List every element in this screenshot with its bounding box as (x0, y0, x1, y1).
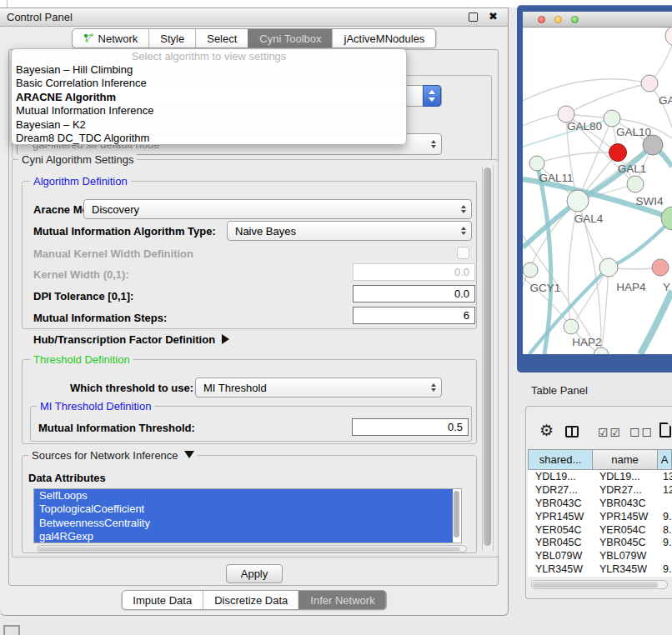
minimize-traffic-light[interactable] (554, 16, 562, 23)
network-edge[interactable] (537, 152, 618, 163)
table-row[interactable]: YLR345WYLR345W9. (528, 562, 672, 576)
tab-discretize-data[interactable]: Discretize Data (203, 591, 298, 609)
tab-jactivemnodules[interactable]: jActiveMNodules (333, 29, 436, 48)
bottom-left-partial-button[interactable] (3, 625, 20, 635)
table-row[interactable]: YPR145WYPR145W9. (528, 510, 672, 523)
kernel-width-field[interactable]: 0.0 (353, 263, 475, 281)
column-header[interactable]: A (658, 449, 672, 470)
new-table-icon[interactable] (659, 422, 671, 438)
data-attributes-list[interactable]: SelfLoopsTopologicalCoefficientBetweenne… (33, 488, 462, 543)
data-attribute-item[interactable]: SelfLoops (34, 489, 453, 502)
list-scrollbar[interactable] (453, 490, 460, 542)
hub-definition-toggle[interactable]: Hub/Transcription Factor Definition (33, 333, 229, 346)
columns-icon[interactable] (565, 426, 579, 438)
network-canvas[interactable]: GALGAL80GAL10GAL11GAL1SWI4GAL4GCY1HAP4YH… (523, 28, 672, 354)
table-row[interactable]: YBR045CYBR045C9. (528, 536, 672, 549)
bottom-node[interactable] (594, 348, 609, 354)
network-edge[interactable] (601, 268, 609, 354)
mi-steps-field[interactable]: 6 (353, 307, 475, 324)
which-threshold-combobox[interactable]: MI Threshold (195, 378, 442, 398)
network-edge[interactable] (571, 268, 609, 327)
table-cell: YLR345W (528, 563, 593, 575)
algorithm-option[interactable]: Bayesian – Hill Climbing (12, 63, 406, 77)
salmon-node[interactable] (652, 259, 669, 276)
algorithm-option[interactable]: Dream8 DC_TDC Algorithm (12, 132, 406, 145)
sources-hscrollbar-thumb[interactable] (38, 547, 460, 551)
aracne-mode-combobox[interactable]: Discovery (83, 199, 472, 219)
gal11-node[interactable] (529, 156, 544, 171)
node-label: GAL4 (574, 212, 604, 225)
select-all-checkboxes-icon[interactable]: ☑☑ (598, 426, 622, 439)
node-label: GAL1 (618, 162, 647, 175)
gal-pink-node[interactable] (641, 75, 658, 92)
tab-impute-data[interactable]: Impute Data (122, 591, 203, 609)
list-scrollbar-thumb[interactable] (454, 491, 459, 538)
combo-arrows-icon (461, 205, 466, 214)
node-label: GAL (659, 94, 672, 107)
settings-scrollbar-thumb[interactable] (484, 168, 491, 546)
mi-threshold-field[interactable]: 0.5 (352, 418, 469, 436)
gear-icon[interactable]: ⚙ (539, 422, 554, 438)
combo-focus-arrows[interactable] (423, 85, 441, 107)
table-row[interactable]: YIL052CYIL052C9. (528, 576, 672, 577)
table-row[interactable]: YBR043CYBR043C (528, 497, 672, 510)
float-window-icon[interactable] (469, 12, 478, 22)
mi-threshold-label: Mutual Information Threshold: (38, 422, 195, 434)
node-label: SWI4 (635, 195, 663, 208)
algorithm-option[interactable]: ARACNE Algorithm (12, 91, 406, 104)
network-tab-icon (83, 33, 94, 43)
hap4-node[interactable] (599, 258, 618, 277)
data-attribute-item[interactable]: TopologicalCoefficient (34, 502, 453, 516)
manual-kernel-width-checkbox[interactable] (457, 247, 469, 259)
hap2-node[interactable] (564, 319, 579, 334)
network-edge[interactable] (640, 291, 672, 354)
algorithm-option[interactable]: Bayesian – K2 (12, 118, 406, 132)
tab-network[interactable]: Network (73, 29, 149, 48)
sources-hscrollbar[interactable] (37, 545, 467, 552)
algorithm-option[interactable]: Basic Correlation Inference (12, 77, 406, 90)
data-attribute-item[interactable]: BetweennessCentrality (34, 517, 453, 530)
tab-infer-network[interactable]: Infer Network (298, 591, 385, 609)
selected-red-node[interactable] (609, 144, 627, 162)
algorithm-option[interactable]: Mutual Information Inference (12, 104, 406, 118)
cyni-algorithm-settings-label: Cyni Algorithm Settings (18, 153, 137, 166)
close-traffic-light[interactable] (538, 16, 545, 23)
node-label: GAL10 (616, 126, 651, 138)
tab-style[interactable]: Style (148, 29, 195, 48)
close-icon[interactable]: ✖ (489, 10, 498, 22)
table-hscrollbar-thumb[interactable] (533, 582, 658, 588)
collapse-down-icon (184, 451, 194, 458)
table-row[interactable]: YER054CYER054C8. (528, 523, 672, 537)
combo-arrows-icon (461, 227, 466, 236)
table-cell: 9. (658, 511, 672, 522)
gcy1-node[interactable] (523, 262, 538, 278)
tab-cyni-toolbox[interactable]: Cyni Toolbox (248, 29, 332, 48)
table-header: shared...nameA (528, 449, 672, 470)
mi-algorithm-type-combobox[interactable]: Naive Bayes (227, 221, 472, 241)
table-hscrollbar[interactable] (531, 580, 668, 589)
apply-button[interactable]: Apply (226, 564, 283, 583)
network-edge[interactable] (523, 79, 649, 101)
table-body: YDL19...YDL19...13YDR27...YDR27...12YBR0… (528, 470, 672, 577)
gal4-node[interactable] (567, 190, 589, 212)
top-partial-node[interactable] (665, 28, 672, 46)
gal10-node[interactable] (604, 110, 620, 127)
table-row[interactable]: YBL079WYBL079W (528, 549, 672, 562)
column-header[interactable]: name (593, 449, 658, 470)
settings-scrollbar[interactable] (482, 166, 494, 551)
table-cell: 12 (658, 484, 672, 496)
data-attribute-item[interactable]: gal4RGexp (34, 530, 453, 543)
sources-group-label[interactable]: Sources for Network Inference (28, 449, 198, 462)
tab-select[interactable]: Select (195, 29, 248, 48)
deselect-all-checkboxes-icon[interactable]: ☐☐ (629, 426, 654, 439)
zoom-traffic-light[interactable] (571, 16, 579, 23)
table-row[interactable]: YDR27...YDR27...12 (528, 483, 672, 497)
table-row[interactable]: YDL19...YDL19...13 (528, 470, 672, 483)
network-edge[interactable] (566, 83, 649, 114)
gal1-node[interactable] (627, 176, 644, 192)
network-view-window: GALGAL80GAL10GAL11GAL1SWI4GAL4GCY1HAP4YH… (517, 5, 672, 372)
dpi-tolerance-field[interactable]: 0.0 (353, 285, 475, 302)
table-panel: ⚙ ☑☑ ☐☐ shared...nameA YDL19...YDL19...1… (525, 406, 672, 599)
column-header[interactable]: shared... (528, 449, 593, 470)
table-cell: YDL19... (528, 471, 593, 482)
